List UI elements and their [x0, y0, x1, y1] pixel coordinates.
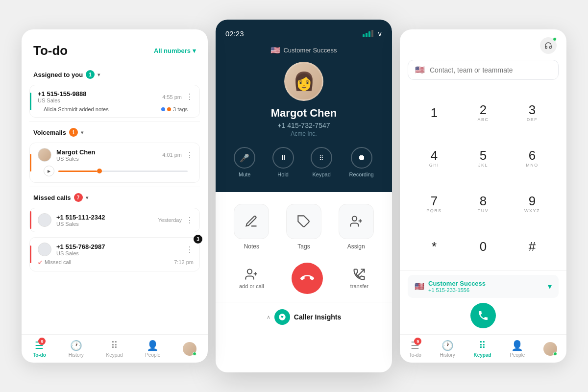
key-num-5: 5 — [480, 149, 487, 162]
nav-avatar[interactable] — [183, 342, 196, 356]
dial-call-button[interactable] — [470, 303, 496, 328]
audio-progress-bar[interactable] — [58, 171, 188, 172]
assign-icon — [339, 204, 374, 239]
key-5[interactable]: 5JKL — [459, 135, 508, 181]
selected-line[interactable]: 🇺🇸 Customer Success +1 515-233-1556 ▾ — [408, 275, 559, 298]
right-nav-people[interactable]: 👤 People — [510, 340, 525, 358]
recording-icon: ⏺ — [351, 147, 372, 169]
missed-more-icon-1[interactable]: ⋮ — [186, 216, 194, 225]
missed-more-icon-2[interactable]: ⋮ — [186, 245, 194, 254]
right-avatar-dot — [553, 352, 557, 356]
nav-people[interactable]: 👤 People — [145, 340, 160, 358]
contact-search-bar[interactable]: 🇺🇸 — [408, 60, 559, 80]
key-*[interactable]: * — [410, 227, 459, 267]
right-nav-todo[interactable]: ☰ 9 To-do — [409, 340, 421, 358]
signal-bar-1 — [363, 34, 365, 37]
voicemails-chevron-icon[interactable]: ▾ — [81, 130, 83, 135]
tag-dot-orange-icon — [167, 107, 171, 111]
voicemails-section-header: Voicemails 1 ▾ — [22, 124, 208, 141]
notes-button[interactable]: Notes — [234, 204, 269, 250]
right-nav-history[interactable]: 🕐 History — [440, 340, 455, 358]
mute-button[interactable]: 🎤 Mute — [234, 147, 255, 177]
right-nav-avatar[interactable] — [543, 342, 557, 356]
nav-people-label: People — [145, 352, 160, 358]
keypad-icon: ⠿ — [111, 340, 118, 351]
call-end-area: add or call transfer — [216, 258, 392, 302]
right-nav-people-label: People — [510, 352, 525, 358]
voicemail-item[interactable]: Margot Chen US Sales 4:01 pm ⋮ ▶ — [29, 143, 200, 183]
missed-border-indicator — [30, 211, 31, 229]
key-letters-3: DEF — [527, 117, 538, 122]
missed-call-item-1[interactable]: +1 515-111-2342 US Sales Yesterday ⋮ — [29, 208, 200, 232]
voicemail-more-icon[interactable]: ⋮ — [186, 150, 194, 160]
more-options-icon[interactable]: ⋮ — [186, 92, 194, 101]
recording-button[interactable]: ⏺ Recording — [349, 147, 374, 177]
headset-button[interactable] — [540, 37, 557, 54]
call-time: 4:55 pm — [162, 94, 182, 100]
key-letters-2: ABC — [477, 117, 489, 122]
missed-label-1: US Sales — [56, 221, 105, 227]
assigned-call-item[interactable]: +1 515-155-9888 US Sales 4:55 pm ⋮ Alici… — [29, 85, 200, 118]
tags-button[interactable]: Tags — [286, 204, 321, 250]
nav-history[interactable]: 🕐 History — [69, 340, 84, 358]
all-numbers-btn[interactable]: All numbers ▾ — [154, 47, 196, 54]
key-num-2: 2 — [480, 103, 487, 116]
missed-calls-section-header: Missed calls 7 ▾ — [22, 189, 208, 206]
missed-number-1: +1 515-111-2342 — [56, 214, 105, 221]
history-icon: 🕐 — [70, 340, 82, 351]
key-num-4: 4 — [431, 149, 438, 162]
missed-calls-badge: 7 — [74, 193, 83, 202]
key-num-7: 7 — [431, 195, 438, 207]
key-#[interactable]: # — [508, 227, 557, 267]
missed-calls-chevron-icon[interactable]: ▾ — [86, 195, 88, 200]
assign-button[interactable]: Assign — [339, 204, 374, 250]
play-button[interactable]: ▶ — [44, 166, 54, 176]
key-9[interactable]: 9WXYZ — [508, 181, 557, 227]
nav-todo[interactable]: ☰ 9 To-do — [33, 340, 46, 358]
line-chevron-down-icon: ▾ — [548, 282, 552, 291]
key-num-3: 3 — [529, 103, 536, 116]
key-7[interactable]: 7PQRS — [410, 181, 459, 227]
key-1[interactable]: 1 — [410, 90, 459, 135]
hold-button[interactable]: ⏸ Hold — [272, 147, 294, 177]
active-call-panel: 02:23 ∨ 🇺🇸 Customer Success 👩 — [216, 20, 392, 372]
key-8[interactable]: 8TUV — [459, 181, 508, 227]
missed-border-indicator-2 — [30, 245, 31, 263]
assigned-section-header: Assigned to you 1 ▾ — [22, 66, 208, 83]
contact-search-input[interactable] — [430, 66, 551, 74]
missed-call-item-2[interactable]: 3 +1 515-768-2987 US Sales ⋮ ↙ Missed ca… — [29, 237, 200, 271]
end-call-button[interactable] — [292, 263, 323, 294]
insights-label: Caller Insights — [294, 313, 341, 321]
key-0[interactable]: 0 — [459, 227, 508, 267]
dialer-header — [400, 29, 566, 54]
caller-insights-row[interactable]: ∧ Caller Insights — [216, 302, 392, 332]
svg-point-4 — [247, 270, 252, 274]
keypad-button[interactable]: ⠿ Keypad — [311, 147, 332, 177]
key-6[interactable]: 6MNO — [508, 135, 557, 181]
signal-bars — [363, 30, 373, 37]
caller-photo: 👩 — [284, 62, 323, 101]
voicemail-label: US Sales — [56, 156, 95, 162]
add-call-label: add or call — [239, 283, 264, 289]
recording-label: Recording — [349, 172, 374, 177]
missed-count-badge: 3 — [194, 235, 202, 244]
tags-icon — [286, 204, 321, 239]
assigned-chevron-icon[interactable]: ▾ — [98, 72, 100, 77]
nav-keypad-label: Keypad — [106, 352, 123, 358]
missed-caller-avatar-1 — [38, 213, 51, 227]
todo-header: To-do All numbers ▾ — [22, 29, 208, 66]
nav-keypad[interactable]: ⠿ Keypad — [106, 340, 123, 358]
call-chevron-down-icon[interactable]: ∨ — [377, 30, 382, 38]
key-3[interactable]: 3DEF — [508, 90, 557, 135]
keypad-ctrl-label: Keypad — [312, 172, 330, 177]
tag-dot-blue-icon — [161, 107, 165, 111]
transfer-button[interactable]: transfer — [350, 268, 368, 289]
right-user-avatar — [543, 342, 557, 356]
voicemail-time: 4:01 pm — [162, 152, 182, 158]
add-call-button[interactable]: add or call — [239, 268, 264, 289]
key-4[interactable]: 4GHI — [410, 135, 459, 181]
call-team-label: 🇺🇸 Customer Success — [270, 46, 337, 55]
right-nav-keypad[interactable]: ⠿ Keypad — [473, 340, 491, 358]
key-2[interactable]: 2ABC — [459, 90, 508, 135]
key-num-0: 0 — [480, 240, 487, 253]
